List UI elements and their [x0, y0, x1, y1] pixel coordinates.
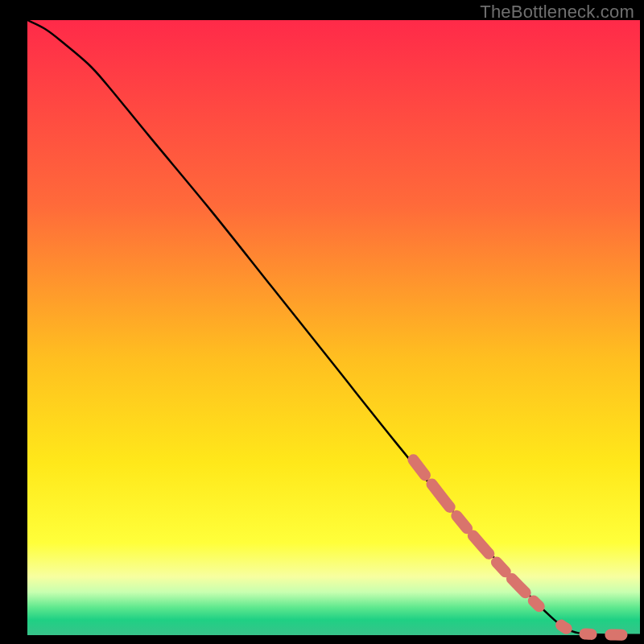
chart-container: TheBottleneck.com — [0, 0, 644, 644]
watermark-text: TheBottleneck.com — [480, 2, 634, 23]
chart-svg — [0, 0, 644, 644]
plot-background — [27, 20, 640, 635]
